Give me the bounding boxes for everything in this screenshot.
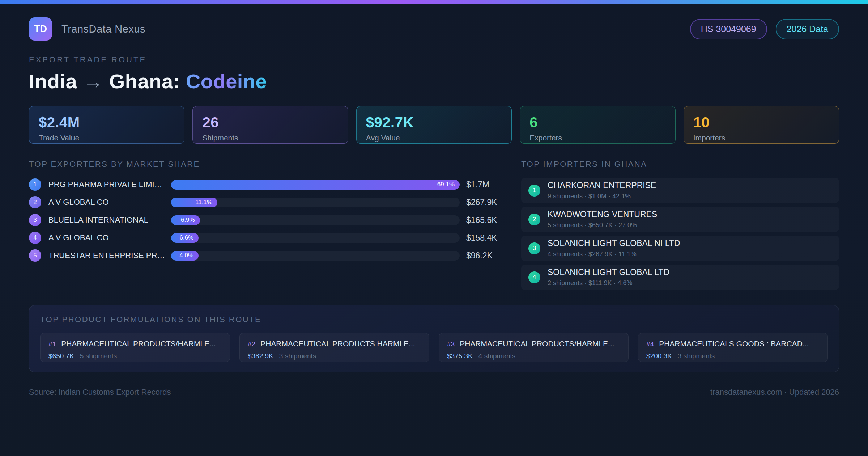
- exporter-name: TRUESTAR ENTERPRISE PRIVAT...: [48, 251, 166, 260]
- exporter-name: A V GLOBAL CO: [48, 198, 166, 207]
- stat-card-shipments: 26 Shipments: [192, 106, 348, 144]
- exporters-section: TOP EXPORTERS BY MARKET SHARE 1 PRG PHAR…: [29, 160, 498, 262]
- app-name: TransData Nexus: [61, 23, 145, 35]
- rank-badge: 3: [528, 242, 540, 254]
- exporter-row: 5 TRUESTAR ENTERPRISE PRIVAT... 4.0% $96…: [29, 249, 498, 262]
- exporter-name: A V GLOBAL CO: [48, 233, 166, 242]
- stats-row: $2.4M Trade Value 26 Shipments $92.7K Av…: [29, 106, 839, 144]
- importers-list: 1 CHARKORAN ENTERPRISE 9 shipments · $1.…: [521, 178, 839, 290]
- exporter-row: 1 PRG PHARMA PRIVATE LIMITED 69.1% $1.7M: [29, 178, 498, 191]
- market-share-label: 6.6%: [179, 234, 199, 241]
- page-title: India → Ghana: Codeine: [29, 69, 839, 93]
- product-name: Codeine: [186, 70, 267, 93]
- market-share-bar-fill: 69.1%: [171, 180, 460, 190]
- exporter-name: PRG PHARMA PRIVATE LIMITED: [48, 180, 166, 189]
- exporter-name: BLUELLA INTERNATIONAL: [48, 215, 166, 225]
- site-note: transdatanexus.com · Updated 2026: [710, 388, 839, 397]
- market-share-bar-track: 6.9%: [171, 215, 460, 225]
- rank-badge: 1: [528, 185, 540, 197]
- exporter-trade-value: $165.6K: [466, 215, 497, 225]
- product-shipments: 4 shipments: [478, 352, 515, 360]
- market-share-bar-fill: 4.0%: [171, 251, 199, 261]
- route-arrow-icon: →: [83, 70, 103, 93]
- origin-country: India: [29, 70, 77, 93]
- exporter-row: 2 A V GLOBAL CO 11.1% $267.9K: [29, 196, 498, 208]
- market-share-label: 69.1%: [437, 181, 460, 188]
- stat-label: Shipments: [202, 134, 338, 142]
- market-share-bar-track: 69.1%: [171, 180, 460, 190]
- rank-badge: 4: [528, 271, 540, 283]
- app-logo: TD: [29, 17, 52, 41]
- stat-card-trade-value: $2.4M Trade Value: [29, 106, 184, 144]
- importer-name: KWADWOTENG VENTURES: [548, 210, 657, 219]
- rank-badge: 3: [29, 214, 41, 226]
- product-card: #4 PHARMACEUTICALS GOODS : BARCAD... $20…: [638, 333, 828, 362]
- exporter-row: 3 BLUELLA INTERNATIONAL 6.9% $165.6K: [29, 214, 498, 226]
- importer-detail: 2 shipments · $111.9K · 4.6%: [548, 279, 669, 287]
- stat-card-importers: 10 Importers: [684, 106, 839, 144]
- product-value: $200.3K: [646, 352, 672, 360]
- product-card: #3 PHARMACEUTICAL PRODUCTS/HARMLE... $37…: [439, 333, 629, 362]
- importer-item: 3 SOLANICH LIGHT GLOBAL NI LTD 4 shipmen…: [521, 236, 839, 261]
- stat-card-exporters: 6 Exporters: [520, 106, 675, 144]
- importer-detail: 4 shipments · $267.9K · 11.1%: [548, 250, 680, 258]
- brand: TD TransData Nexus: [29, 17, 145, 41]
- market-share-bar-fill: 6.6%: [171, 233, 199, 243]
- importer-detail: 9 shipments · $1.0M · 42.1%: [548, 193, 656, 200]
- market-share-bar-track: 6.6%: [171, 233, 460, 243]
- source-note: Source: Indian Customs Export Records: [29, 388, 171, 397]
- product-card: #1 PHARMACEUTICAL PRODUCTS/HARMLE... $65…: [40, 333, 230, 362]
- products-section: TOP PRODUCT FORMULATIONS ON THIS ROUTE #…: [29, 305, 839, 372]
- market-share-bar-track: 11.1%: [171, 198, 460, 207]
- exporter-trade-value: $1.7M: [466, 180, 489, 190]
- rank-badge: 1: [29, 178, 41, 191]
- market-share-label: 4.0%: [179, 252, 199, 259]
- stat-value: $2.4M: [39, 114, 175, 131]
- exporter-trade-value: $267.9K: [466, 198, 497, 207]
- header-badges: HS 30049069 2026 Data: [690, 19, 839, 39]
- importer-detail: 5 shipments · $650.7K · 27.0%: [548, 221, 657, 229]
- exporters-bar-chart: 1 PRG PHARMA PRIVATE LIMITED 69.1% $1.7M…: [29, 178, 498, 262]
- importer-name: SOLANICH LIGHT GLOBAL NI LTD: [548, 238, 680, 248]
- product-title: PHARMACEUTICALS GOODS : BARCAD...: [659, 339, 809, 348]
- importer-item: 1 CHARKORAN ENTERPRISE 9 shipments · $1.…: [521, 178, 839, 203]
- product-shipments: 3 shipments: [678, 352, 715, 360]
- product-rank: #1: [48, 340, 56, 348]
- stat-label: Trade Value: [39, 134, 175, 142]
- market-share-bar-track: 4.0%: [171, 251, 460, 261]
- exporters-section-title: TOP EXPORTERS BY MARKET SHARE: [29, 160, 498, 169]
- product-rank: #2: [248, 340, 255, 348]
- year-data-badge[interactable]: 2026 Data: [776, 19, 839, 39]
- importers-section-title: TOP IMPORTERS IN GHANA: [521, 160, 839, 169]
- stat-card-avg-value: $92.7K Avg Value: [356, 106, 512, 144]
- exporter-row: 4 A V GLOBAL CO 6.6% $158.4K: [29, 232, 498, 244]
- product-value: $382.9K: [248, 352, 273, 360]
- product-value: $375.3K: [447, 352, 473, 360]
- product-value: $650.7K: [48, 352, 74, 360]
- product-shipments: 3 shipments: [279, 352, 316, 360]
- product-cards: #1 PHARMACEUTICAL PRODUCTS/HARMLE... $65…: [40, 333, 828, 362]
- stat-label: Avg Value: [366, 134, 502, 142]
- product-rank: #4: [646, 340, 654, 348]
- market-share-label: 11.1%: [195, 199, 217, 206]
- importer-item: 2 KWADWOTENG VENTURES 5 shipments · $650…: [521, 207, 839, 232]
- products-section-title: TOP PRODUCT FORMULATIONS ON THIS ROUTE: [40, 315, 828, 324]
- app-logo-text: TD: [34, 24, 47, 35]
- stat-value: 6: [529, 114, 665, 131]
- product-title: PHARMACEUTICAL PRODUCTS HARMLE...: [260, 339, 415, 348]
- stat-label: Importers: [693, 134, 829, 142]
- stat-value: 26: [202, 114, 338, 131]
- market-share-label: 6.9%: [181, 216, 200, 224]
- market-share-bar-fill: 6.9%: [171, 215, 200, 225]
- product-title: PHARMACEUTICAL PRODUCTS/HARMLE...: [460, 339, 614, 348]
- stat-label: Exporters: [529, 134, 665, 142]
- importers-section: TOP IMPORTERS IN GHANA 1 CHARKORAN ENTER…: [521, 160, 839, 290]
- rank-badge: 2: [528, 214, 540, 225]
- exporter-trade-value: $96.2K: [466, 251, 493, 261]
- stat-value: 10: [693, 114, 829, 131]
- footer: Source: Indian Customs Export Records tr…: [29, 388, 839, 397]
- product-card: #2 PHARMACEUTICAL PRODUCTS HARMLE... $38…: [239, 333, 429, 362]
- header: TD TransData Nexus HS 30049069 2026 Data: [29, 17, 839, 41]
- rank-badge: 5: [29, 249, 41, 262]
- hs-code-badge[interactable]: HS 30049069: [690, 19, 767, 39]
